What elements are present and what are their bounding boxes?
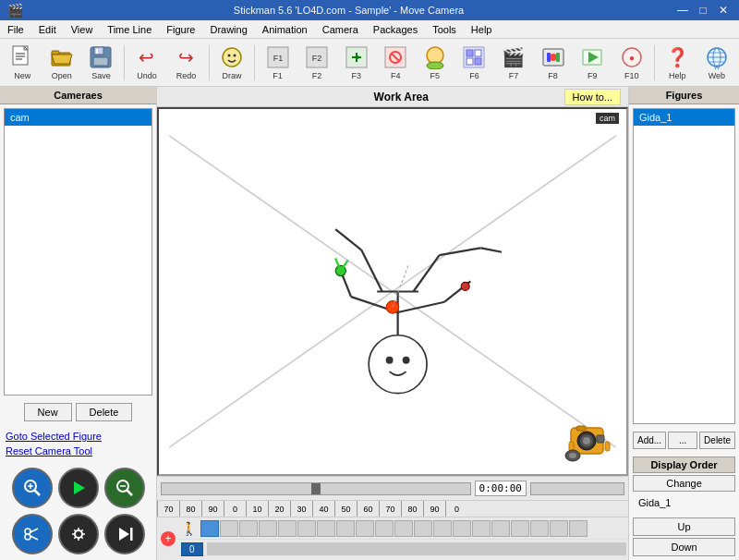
frame-cell-4[interactable]	[259, 520, 277, 537]
canvas-svg	[159, 109, 626, 474]
frame-cell-5[interactable]	[278, 520, 297, 537]
frame-cell-13[interactable]	[433, 520, 452, 537]
up-button[interactable]: Up	[633, 517, 735, 536]
frame-cell-8[interactable]	[336, 520, 355, 537]
zoom-out-button[interactable]	[104, 468, 145, 508]
menu-packages[interactable]: Packages	[366, 20, 425, 38]
how-to-button[interactable]: How to...	[564, 89, 621, 105]
menu-help[interactable]: Help	[464, 20, 500, 38]
frame-cell-11[interactable]	[394, 520, 413, 537]
camera-delete-button[interactable]: Delete	[76, 403, 133, 421]
svg-rect-32	[547, 53, 551, 62]
redo-button[interactable]: ↪ Redo	[167, 42, 205, 84]
camera-item-cam[interactable]: cam	[5, 109, 151, 126]
undo-button[interactable]: ↩ Undo	[128, 42, 166, 84]
frame-cell-7[interactable]	[317, 520, 335, 537]
figures-add-button[interactable]: Add...	[633, 432, 666, 449]
f6-button[interactable]: F6	[455, 42, 493, 84]
svg-marker-47	[74, 481, 85, 494]
settings-button[interactable]	[58, 514, 99, 554]
minimize-button[interactable]: —	[674, 2, 691, 18]
play2-button[interactable]	[104, 514, 145, 554]
help-button[interactable]: ❓ Help	[659, 42, 697, 84]
frame-cell-18[interactable]	[530, 520, 549, 537]
f4-label: F4	[391, 71, 401, 80]
svg-point-61	[386, 357, 394, 364]
ruler-40: 40	[312, 501, 334, 517]
frame-cell-19[interactable]	[550, 520, 568, 537]
figures-delete-button[interactable]: Delete	[699, 432, 735, 449]
svg-rect-28	[466, 58, 473, 65]
frame-scroll[interactable]	[207, 542, 626, 555]
timeline-bar[interactable]	[161, 482, 471, 495]
f5-label: F5	[430, 71, 441, 80]
display-order-change[interactable]: Change	[633, 475, 735, 492]
current-frame: 0	[181, 542, 203, 556]
frame-cell-3[interactable]	[239, 520, 258, 537]
menu-drawing[interactable]: Drawing	[202, 20, 254, 38]
svg-point-24	[427, 62, 443, 69]
f4-button[interactable]: F4	[377, 42, 415, 84]
menu-view[interactable]: View	[64, 20, 101, 38]
frame-cell-1[interactable]	[200, 520, 219, 537]
figure-item-gida1[interactable]: Gida_1	[634, 109, 734, 126]
reset-camera-link[interactable]: Reset Camera Tool	[6, 445, 151, 457]
timeline-bar2[interactable]	[530, 482, 624, 495]
redo-label: Redo	[176, 71, 197, 80]
menu-timeline[interactable]: Time Line	[100, 20, 159, 38]
f7-label: F7	[509, 71, 519, 80]
ruler-0: 0	[224, 501, 246, 517]
add-frame-button[interactable]: +	[161, 531, 176, 546]
frame-cell-17[interactable]	[511, 520, 529, 537]
frame-cell-16[interactable]	[491, 520, 510, 537]
draw-button[interactable]: Draw	[213, 42, 251, 84]
close-button[interactable]: ✕	[715, 2, 732, 18]
f8-button[interactable]: F8	[534, 42, 572, 84]
figures-more-button[interactable]: ...	[668, 432, 697, 449]
frame-cell-12[interactable]	[414, 520, 432, 537]
timeline-thumb[interactable]	[311, 483, 321, 494]
play-button[interactable]	[58, 468, 99, 508]
menu-bar: File Edit View Time Line Figure Drawing …	[0, 20, 739, 39]
timecode: 0:00:00	[475, 481, 527, 496]
frame-cell-9[interactable]	[356, 520, 374, 537]
draw-icon	[219, 44, 245, 70]
menu-file[interactable]: File	[0, 20, 31, 38]
save-button[interactable]: Save	[82, 42, 120, 84]
menu-edit[interactable]: Edit	[31, 20, 64, 38]
f9-button[interactable]: F9	[574, 42, 612, 84]
svg-rect-8	[94, 47, 103, 55]
frame-cell-6[interactable]	[297, 520, 316, 537]
menu-tools[interactable]: Tools	[425, 20, 464, 38]
frame-cell-2[interactable]	[220, 520, 238, 537]
f10-button[interactable]: ● F10	[612, 42, 650, 84]
down-button[interactable]: Down	[633, 538, 735, 556]
f5-button[interactable]: F5	[417, 42, 454, 84]
f2-button[interactable]: F2 F2	[298, 42, 336, 84]
cut-button[interactable]	[12, 514, 53, 554]
f9-icon	[579, 44, 605, 70]
menu-camera[interactable]: Camera	[315, 20, 366, 38]
goto-figure-link[interactable]: Goto Selected Figure	[6, 431, 151, 442]
svg-line-75	[335, 229, 361, 250]
cameras-header: Cameraes	[0, 87, 156, 104]
svg-rect-26	[466, 50, 473, 56]
f1-button[interactable]: F1 F1	[259, 42, 297, 84]
maximize-button[interactable]: □	[695, 2, 711, 18]
menu-figure[interactable]: Figure	[159, 20, 202, 38]
f3-button[interactable]: F3	[337, 42, 375, 84]
new-button[interactable]: New	[4, 42, 42, 84]
open-button[interactable]: Open	[43, 42, 81, 84]
camera-new-button[interactable]: New	[24, 403, 72, 421]
menu-animation[interactable]: Animation	[255, 20, 315, 38]
zoom-button[interactable]	[12, 468, 53, 508]
f7-button[interactable]: 🎬 F7	[495, 42, 533, 84]
f7-icon: 🎬	[501, 44, 527, 70]
svg-text:W: W	[713, 64, 720, 69]
canvas-area[interactable]: cam	[157, 107, 628, 476]
frame-cell-20[interactable]	[569, 520, 588, 537]
web-button[interactable]: W Web	[698, 42, 736, 84]
frame-cell-10[interactable]	[375, 520, 394, 537]
frame-cell-15[interactable]	[472, 520, 491, 537]
frame-cell-14[interactable]	[453, 520, 471, 537]
